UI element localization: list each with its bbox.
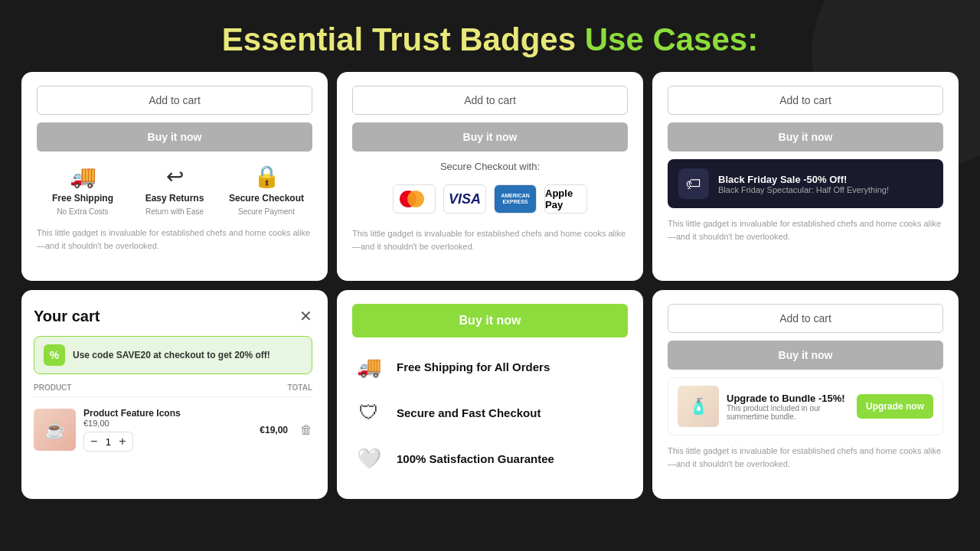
cart-item-image: ☕ — [34, 409, 76, 451]
mastercard-logo — [393, 184, 436, 214]
applepay-text: Apple Pay — [545, 187, 586, 210]
buy-now-button-5[interactable]: Buy it now — [352, 304, 628, 337]
visa-text: VISA — [449, 191, 481, 207]
feature-satisfaction: 🤍 100% Satisfaction Guarantee — [352, 442, 628, 475]
card-trust-badges: Add to cart Buy it now 🚚 Free Shipping N… — [21, 72, 328, 281]
col-total: TOTAL — [288, 383, 312, 392]
cart-item-total: €19,00 — [260, 425, 288, 435]
bf-text: Black Friday Sale -50% Off! Black Friday… — [718, 174, 889, 194]
card2-desc: This little gadget is invaluable for est… — [352, 227, 628, 253]
cart-item-delete-button[interactable]: 🗑 — [300, 423, 312, 437]
returns-icon: ↩ — [166, 164, 184, 189]
feature-satisfaction-icon: 🤍 — [352, 442, 386, 475]
cart-item: ☕ Product Feature Icons €19,00 − 1 + €19… — [34, 405, 312, 455]
card-black-friday: Add to cart Buy it now 🏷 Black Friday Sa… — [652, 72, 959, 281]
buy-now-button-6[interactable]: Buy it now — [668, 341, 943, 370]
trust-badges-row: 🚚 Free Shipping No Extra Costs ↩ Easy Re… — [37, 159, 312, 217]
feature-shipping-text: Free Shipping for All Orders — [397, 360, 550, 373]
buy-now-button-2[interactable]: Buy it now — [352, 122, 628, 152]
upgrade-title: Upgrade to Bundle -15%! — [727, 393, 849, 404]
applepay-logo: Apple Pay — [544, 184, 587, 214]
card6-desc: This little gadget is invaluable for est… — [668, 445, 943, 470]
amex-box: AMERICAN EXPRESS — [495, 185, 536, 213]
feature-secure-checkout: 🛡 Secure and Fast Checkout — [352, 396, 628, 429]
feature-shipping-icon: 🚚 — [352, 350, 386, 383]
buy-now-button-1[interactable]: Buy it now — [37, 122, 312, 152]
bf-icon: 🏷 — [678, 168, 709, 199]
card-secure-checkout: Add to cart Buy it now Secure Checkout w… — [337, 72, 643, 281]
card-features: Buy it now 🚚 Free Shipping for All Order… — [337, 290, 643, 499]
upgrade-text: Upgrade to Bundle -15%! This product inc… — [727, 393, 849, 421]
feature-free-shipping: 🚚 Free Shipping for All Orders — [352, 350, 628, 383]
col-product: PRODUCT — [34, 383, 71, 392]
secure-checkout-label: Secure Checkout with: — [352, 161, 628, 172]
cart-item-price: €19,00 — [83, 419, 252, 428]
bf-sub: Black Friday Spectacular: Half Off Every… — [718, 185, 889, 194]
promo-banner: % Use code SAVE20 at checkout to get 20%… — [34, 336, 312, 374]
qty-increase-button[interactable]: + — [119, 435, 126, 448]
card-bundle-upgrade: Add to cart Buy it now 🧴 Upgrade to Bund… — [652, 290, 959, 499]
qty-decrease-button[interactable]: − — [90, 435, 97, 448]
qty-control: − 1 + — [83, 432, 133, 452]
add-to-cart-button-6[interactable]: Add to cart — [668, 304, 943, 333]
upgrade-banner: 🧴 Upgrade to Bundle -15%! This product i… — [668, 377, 943, 435]
upgrade-sub: This product included in our summertime … — [727, 404, 849, 421]
promo-text: Use code SAVE20 at checkout to get 20% o… — [73, 350, 270, 360]
add-to-cart-button-2[interactable]: Add to cart — [352, 86, 628, 115]
feature-list: 🚚 Free Shipping for All Orders 🛡 Secure … — [352, 345, 628, 480]
badge-title-shipping: Free Shipping — [52, 193, 113, 204]
upgrade-now-button[interactable]: Upgrade now — [857, 394, 933, 419]
feature-satisfaction-text: 100% Satisfaction Guarantee — [397, 452, 554, 465]
cart-item-details: Product Feature Icons €19,00 − 1 + — [83, 408, 252, 452]
badge-secure-checkout: 🔒 Secure Checkout Secure Payment — [220, 164, 312, 216]
cards-grid: Add to cart Buy it now 🚚 Free Shipping N… — [0, 72, 980, 508]
badge-sub-secure: Secure Payment — [238, 207, 295, 216]
qty-value: 1 — [102, 436, 114, 448]
add-to-cart-button-3[interactable]: Add to cart — [668, 86, 943, 115]
amex-logo: AMERICAN EXPRESS — [494, 184, 537, 214]
cart-header: Your cart ✕ — [34, 304, 312, 328]
badge-sub-shipping: No Extra Costs — [57, 207, 108, 216]
visa-logo: VISA — [443, 184, 486, 214]
shipping-icon: 🚚 — [70, 164, 96, 189]
card-your-cart: Your cart ✕ % Use code SAVE20 at checkou… — [21, 290, 328, 499]
cart-item-name: Product Feature Icons — [83, 408, 252, 419]
secure-icon: 🔒 — [253, 164, 280, 189]
badge-title-returns: Easy Returns — [145, 193, 204, 204]
card1-desc: This little gadget is invaluable for est… — [37, 227, 312, 252]
cart-columns: PRODUCT TOTAL — [34, 382, 312, 397]
feature-secure-text: Secure and Fast Checkout — [397, 406, 541, 419]
bf-title: Black Friday Sale -50% Off! — [718, 174, 889, 185]
cart-title: Your cart — [34, 308, 100, 325]
payment-logos: VISA AMERICAN EXPRESS Apple Pay — [352, 180, 628, 218]
black-friday-banner: 🏷 Black Friday Sale -50% Off! Black Frid… — [668, 159, 943, 208]
feature-secure-icon: 🛡 — [352, 396, 386, 429]
bundle-image: 🧴 — [678, 386, 719, 427]
card3-desc: This little gadget is invaluable for est… — [668, 217, 943, 243]
buy-now-button-3[interactable]: Buy it now — [668, 122, 943, 152]
badge-title-secure: Secure Checkout — [229, 193, 304, 204]
cart-close-button[interactable]: ✕ — [299, 307, 312, 325]
badge-free-shipping: 🚚 Free Shipping No Extra Costs — [37, 164, 129, 216]
badge-sub-returns: Return with Ease — [145, 207, 204, 216]
page-title: Essential Trust Badges Use Cases: — [0, 0, 980, 72]
badge-easy-returns: ↩ Easy Returns Return with Ease — [129, 164, 220, 216]
promo-icon: % — [44, 344, 65, 366]
add-to-cart-button-1[interactable]: Add to cart — [37, 86, 312, 115]
